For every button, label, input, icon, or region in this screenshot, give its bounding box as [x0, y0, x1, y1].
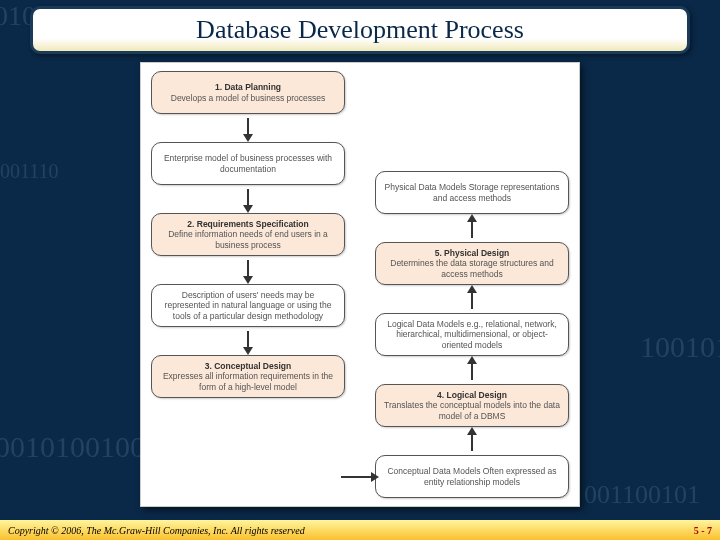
- arrow-right-icon: [341, 476, 371, 478]
- bg-decoration: 001100101: [584, 480, 700, 510]
- output-enterprise-model: Enterprise model of business processes w…: [151, 142, 345, 185]
- arrow-up-icon: [375, 285, 569, 313]
- bg-decoration: 0100110010100100101100111010110: [0, 0, 2, 102]
- copyright-text: Copyright © 2006, The Mc.Graw-Hill Compa…: [8, 525, 305, 536]
- arrow-down-icon: [151, 327, 345, 355]
- arrow-down-icon: [151, 185, 345, 213]
- left-column: 1. Data Planning Develops a model of bus…: [151, 71, 345, 498]
- arrow-down-icon: [151, 256, 345, 284]
- output-physical-models: Physical Data Models Storage representat…: [375, 171, 569, 214]
- stage-3-conceptual-design: 3. Conceptual Design Expresses all infor…: [151, 355, 345, 398]
- page-number: 5 - 7: [694, 525, 712, 536]
- slide-footer: Copyright © 2006, The Mc.Graw-Hill Compa…: [0, 520, 720, 540]
- stage-5-physical-design: 5. Physical Design Determines the data s…: [375, 242, 569, 285]
- arrow-up-icon: [375, 356, 569, 384]
- arrow-up-icon: [375, 427, 569, 455]
- right-column: Conceptual Data Models Often expressed a…: [375, 71, 569, 498]
- process-diagram: 1. Data Planning Develops a model of bus…: [140, 62, 580, 507]
- stage-2-requirements: 2. Requirements Specification Define inf…: [151, 213, 345, 256]
- arrow-down-icon: [151, 114, 345, 142]
- slide-title-bar: Database Development Process: [30, 6, 690, 54]
- output-logical-models: Logical Data Models e.g., relational, ne…: [375, 313, 569, 356]
- arrow-up-icon: [375, 214, 569, 242]
- bg-decoration: 001110: [0, 160, 59, 183]
- output-conceptual-models: Conceptual Data Models Often expressed a…: [375, 455, 569, 498]
- slide-title: Database Development Process: [196, 15, 524, 45]
- stage-4-logical-design: 4. Logical Design Translates the concept…: [375, 384, 569, 427]
- stage-1-data-planning: 1. Data Planning Develops a model of bus…: [151, 71, 345, 114]
- output-user-needs: Description of users' needs may be repre…: [151, 284, 345, 327]
- bg-decoration: 100101: [640, 330, 720, 364]
